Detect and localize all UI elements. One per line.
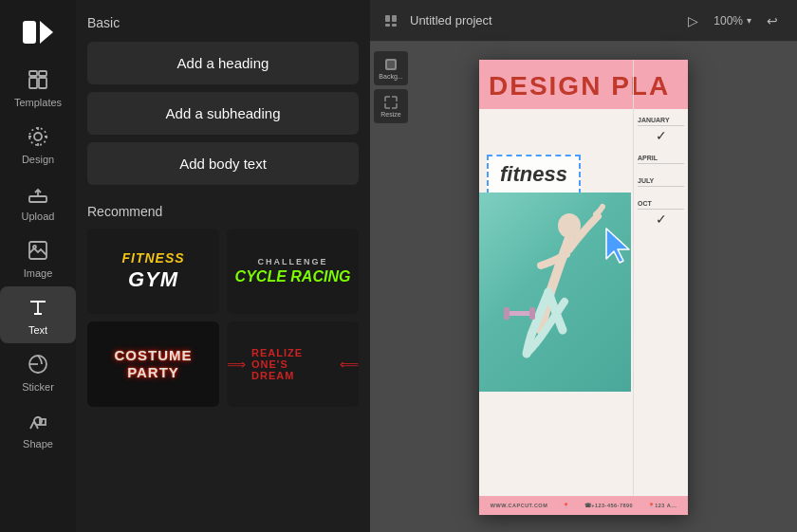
realize-label: REALIZE ONE'S DREAM [251,347,334,381]
svg-point-7 [29,128,46,145]
sidebar-item-design[interactable]: Design [0,116,76,173]
svg-rect-5 [39,78,46,88]
design-footer: WWW.CAPCUT.COM 📍 ☎+123-456-7890 📍123 A..… [479,496,688,515]
costume-label: COSTUMEPARTY [115,347,193,381]
left-arrow-icon: ⟹ [227,357,246,372]
templates-icon [25,66,51,93]
play-button[interactable]: ▷ [679,8,706,34]
sidebar-item-sticker[interactable]: Sticker [0,343,76,400]
design-icon [25,123,51,150]
svg-point-6 [34,133,42,140]
svg-rect-15 [392,15,397,22]
svg-rect-21 [508,311,531,316]
add-subheading-button[interactable]: Add a subheading [87,92,359,135]
svg-marker-1 [40,21,53,44]
footer-phone: ☎+123-456-7890 [584,503,633,508]
sidebar-item-templates[interactable]: Templates [0,59,76,116]
svg-rect-14 [385,15,390,22]
fitness-box-label: fitness [500,162,567,186]
background-tool-button[interactable]: Backg... [374,51,408,85]
month-oct: OCT [638,200,684,210]
sidebar-item-text-label: Text [28,324,47,336]
svg-rect-4 [29,78,37,88]
project-icon [381,11,400,30]
challenge-label: CHALLENGE [258,257,328,266]
sidebar-item-sticker-label: Sticker [22,381,54,393]
design-document: DESIGN PLA fitness [479,60,688,515]
svg-rect-0 [23,21,36,44]
sidebar-item-text[interactable]: Text [0,286,76,343]
upload-icon [25,180,51,207]
recommend-card-fitness-gym[interactable]: FITNESS GYM [87,229,219,314]
sidebar: Templates Design Upload [0,0,76,532]
canvas-area: Untitled project ▷ 100% ▾ ↩ Backg... Res… [370,0,797,532]
month-july: JULY [638,177,684,187]
sidebar-item-image[interactable]: Image [0,229,76,286]
basic-section-title: Basic [87,15,359,30]
undo-button[interactable]: ↩ [759,8,786,34]
sidebar-item-templates-label: Templates [14,97,62,108]
resize-tool-button[interactable]: Resize [374,89,408,123]
sidebar-item-upload[interactable]: Upload [0,173,76,229]
recommend-grid: FITNESS GYM CHALLENGE CYCLE RACING COSTU… [87,229,359,407]
fitness-label: FITNESS [121,250,184,266]
project-title: Untitled project [410,13,670,28]
fitness-text-box[interactable]: fitness [487,155,581,194]
svg-rect-22 [504,307,510,320]
sidebar-item-shape[interactable]: Shape [0,400,76,457]
design-right-panel: JANUARY ✓ APRIL JULY OCT ✓ [633,60,688,515]
svg-rect-16 [385,24,390,27]
footer-address: 📍123 A... [648,503,677,508]
app-logo [15,9,61,55]
text-panel: Basic Add a heading Add a subheading Add… [76,0,370,532]
sidebar-item-design-label: Design [22,154,54,165]
right-arrow-icon: ⟸ [340,357,359,372]
canvas-content: DESIGN PLA fitness [370,42,797,532]
shape-icon [25,408,51,434]
sidebar-item-upload-label: Upload [22,211,55,222]
zoom-control[interactable]: 100% ▾ [714,14,751,28]
realize-arrows: ⟹ REALIZE ONE'S DREAM ⟸ [227,347,359,381]
sidebar-item-shape-label: Shape [23,438,53,449]
canvas-toolbar: Untitled project ▷ 100% ▾ ↩ [370,0,797,42]
svg-rect-3 [39,71,46,76]
svg-rect-2 [29,71,37,76]
toolbar-actions: ▷ 100% ▾ ↩ [679,8,786,34]
zoom-chevron-icon: ▾ [747,15,751,26]
recommend-card-realize-dream[interactable]: ⟹ REALIZE ONE'S DREAM ⟸ [227,321,359,407]
image-icon [25,237,51,264]
svg-rect-17 [392,24,397,27]
text-icon [25,294,51,321]
cycle-label: CYCLE RACING [235,268,351,285]
add-heading-button[interactable]: Add a heading [87,42,359,84]
svg-rect-13 [40,419,46,425]
recommend-card-cycle-racing[interactable]: CHALLENGE CYCLE RACING [227,229,359,314]
svg-rect-8 [29,196,46,202]
month-april: APRIL [638,155,684,164]
add-body-button[interactable]: Add body text [87,142,359,185]
footer-website: WWW.CAPCUT.COM [491,503,547,508]
zoom-level: 100% [714,14,743,28]
sticker-icon [25,351,51,377]
sidebar-item-image-label: Image [24,267,53,279]
month-january: JANUARY [638,117,684,126]
gym-label: GYM [128,267,178,292]
svg-rect-19 [387,61,395,68]
fitness-photo [479,193,631,392]
svg-rect-23 [529,307,535,320]
recommend-section-title: Recommend [87,204,359,219]
recommend-card-costume-party[interactable]: COSTUMEPARTY [87,321,219,407]
